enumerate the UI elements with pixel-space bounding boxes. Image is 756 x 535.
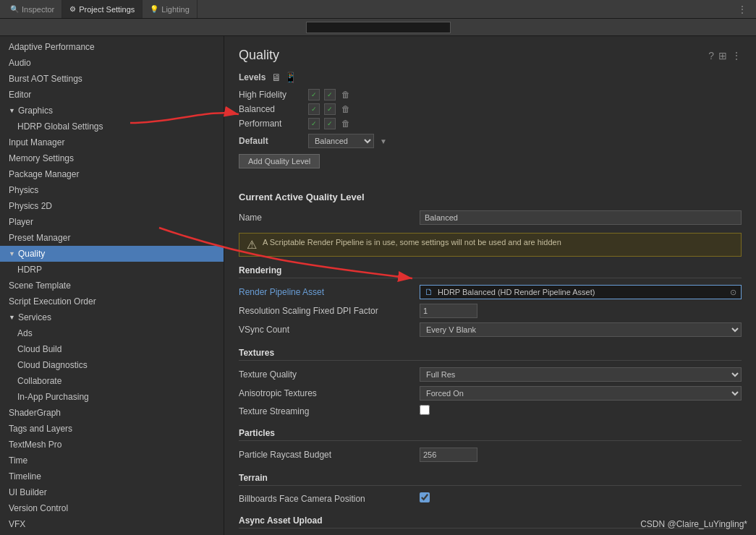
level-mobile-check-balanced[interactable] <box>324 103 336 115</box>
texture-streaming-checkbox[interactable] <box>420 405 430 415</box>
sidebar-item-scene-template[interactable]: Scene Template <box>0 278 224 294</box>
particle-raycast-row: Particle Raycast Budget <box>239 445 742 464</box>
sidebar-item-version-control[interactable]: Version Control <box>0 500 224 516</box>
sidebar-item-in-app-purchasing[interactable]: In-App Purchasing <box>0 389 224 405</box>
anisotropic-select[interactable]: Forced On Disabled Enabled <box>420 386 742 401</box>
billboards-checkbox[interactable] <box>420 492 430 502</box>
textures-title: Textures <box>239 348 742 361</box>
vsync-select[interactable]: Every V Blank Don't Sync Every Second V … <box>420 322 742 337</box>
sidebar-item-tags-layers[interactable]: Tags and Layers <box>0 421 224 437</box>
level-mobile-check-high[interactable] <box>324 89 336 100</box>
search-bar <box>0 19 756 36</box>
level-delete-balanced[interactable]: 🗑 <box>340 104 352 114</box>
sidebar-item-player[interactable]: Player <box>0 214 224 230</box>
sidebar-item-visual-scripting[interactable]: Visual Scripting <box>0 532 224 535</box>
vsync-value: Every V Blank Don't Sync Every Second V … <box>420 322 742 337</box>
page-title: Quality <box>239 48 279 63</box>
tab-bar: 🔍 Inspector ⚙ Project Settings 💡 Lightin… <box>0 0 756 19</box>
level-row-performant: Performant 🗑 <box>239 116 742 131</box>
texture-quality-value: Full Res Half Res Quarter Res Eighth Res <box>420 367 742 382</box>
sidebar-item-burst-aot[interactable]: Burst AOT Settings <box>0 71 224 87</box>
billboards-row: Billboards Face Camera Position <box>239 490 742 507</box>
default-row: Default Balanced High Fidelity Performan… <box>239 134 742 148</box>
sidebar-item-hdrp[interactable]: HDRP <box>0 262 224 278</box>
layout-icon[interactable]: ⊞ <box>718 50 727 61</box>
monitor-icon: 🖥 <box>271 72 281 83</box>
sidebar-item-textmesh-pro[interactable]: TextMesh Pro <box>0 437 224 453</box>
content-area: Quality ? ⊞ ⋮ Levels 🖥 📱 High Fidelity 🗑 <box>224 36 756 535</box>
lighting-icon: 💡 <box>150 5 158 13</box>
texture-quality-select[interactable]: Full Res Half Res Quarter Res Eighth Res <box>420 367 742 382</box>
tab-project-settings[interactable]: ⚙ Project Settings <box>62 0 143 18</box>
level-pc-check-high[interactable] <box>308 89 320 100</box>
sidebar-item-graphics[interactable]: ▼ Graphics <box>0 103 224 119</box>
sidebar-item-quality[interactable]: ▼ Quality <box>0 246 224 262</box>
default-select[interactable]: Balanced High Fidelity Performant <box>308 134 374 148</box>
sidebar-item-adaptive-performance[interactable]: Adaptive Performance <box>0 39 224 55</box>
sidebar-item-shadergraph[interactable]: ShaderGraph <box>0 405 224 421</box>
menu-icon[interactable]: ⋮ <box>731 50 742 61</box>
billboards-label: Billboards Face Camera Position <box>239 494 420 504</box>
sidebar-item-timeline[interactable]: Timeline <box>0 468 224 484</box>
name-value: Balanced <box>420 210 742 225</box>
expand-quality-icon: ▼ <box>9 247 15 260</box>
warning-text: A Scriptable Render Pipeline is in use, … <box>263 238 561 247</box>
texture-streaming-label: Texture Streaming <box>239 406 420 416</box>
level-delete-performant[interactable]: 🗑 <box>340 119 352 129</box>
billboards-value <box>420 492 742 505</box>
sidebar-item-time[interactable]: Time <box>0 453 224 468</box>
tab-lighting[interactable]: 💡 Lighting <box>143 0 198 18</box>
sidebar-item-memory-settings[interactable]: Memory Settings <box>0 150 224 166</box>
pipeline-asset-icon: 🗋 <box>425 287 433 297</box>
sidebar-item-cloud-diagnostics[interactable]: Cloud Diagnostics <box>0 357 224 373</box>
pipeline-expand-icon[interactable]: ⊙ <box>730 288 736 297</box>
mobile-icon: 📱 <box>284 72 297 83</box>
sidebar-item-vfx[interactable]: VFX <box>0 516 224 532</box>
expand-graphics-icon: ▼ <box>9 104 15 117</box>
resolution-scaling-input[interactable] <box>420 304 477 318</box>
sidebar-item-services[interactable]: ▼ Services <box>0 309 224 325</box>
inspector-icon: 🔍 <box>10 5 19 13</box>
texture-quality-label: Texture Quality <box>239 369 420 380</box>
sidebar-item-collaborate[interactable]: Collaborate <box>0 373 224 389</box>
resolution-scaling-value <box>420 304 742 318</box>
resolution-scaling-row: Resolution Scaling Fixed DPI Factor <box>239 301 742 320</box>
texture-quality-row: Texture Quality Full Res Half Res Quarte… <box>239 365 742 384</box>
sidebar-item-physics[interactable]: Physics <box>0 182 224 198</box>
sidebar-item-script-execution[interactable]: Script Execution Order <box>0 294 224 309</box>
level-delete-high[interactable]: 🗑 <box>340 90 352 100</box>
levels-icons: 🖥 📱 <box>271 72 297 83</box>
levels-section: Levels 🖥 📱 High Fidelity 🗑 Balanced 🗑 P <box>239 72 742 180</box>
anisotropic-label: Anisotropic Textures <box>239 388 420 398</box>
render-pipeline-label: Render Pipeline Asset <box>239 287 420 297</box>
sidebar-item-ui-builder[interactable]: UI Builder <box>0 484 224 500</box>
particle-raycast-input[interactable] <box>420 448 477 462</box>
sidebar-item-input-manager[interactable]: Input Manager <box>0 134 224 150</box>
particles-title: Particles <box>239 428 742 441</box>
warning-box: ⚠ A Scriptable Render Pipeline is in use… <box>239 233 742 257</box>
sidebar-item-physics-2d[interactable]: Physics 2D <box>0 198 224 214</box>
level-pc-check-balanced[interactable] <box>308 103 320 115</box>
async-upload-title: Async Asset Upload <box>239 515 742 528</box>
sidebar-item-audio[interactable]: Audio <box>0 55 224 71</box>
levels-header: Levels 🖥 📱 <box>239 72 742 83</box>
sidebar-item-package-manager[interactable]: Package Manager <box>0 166 224 182</box>
sidebar-item-preset-manager[interactable]: Preset Manager <box>0 230 224 246</box>
tab-inspector[interactable]: 🔍 Inspector <box>3 0 62 18</box>
help-icon[interactable]: ? <box>708 50 714 61</box>
level-mobile-check-performant[interactable] <box>324 118 336 129</box>
sidebar-item-hdrp-global[interactable]: HDRP Global Settings <box>0 119 224 134</box>
anisotropic-row: Anisotropic Textures Forced On Disabled … <box>239 384 742 403</box>
active-quality-section: Current Active Quality Level Name Balanc… <box>239 192 742 227</box>
add-quality-level-button[interactable]: Add Quality Level <box>239 154 320 168</box>
sidebar-item-editor[interactable]: Editor <box>0 87 224 103</box>
vsync-row: VSync Count Every V Blank Don't Sync Eve… <box>239 320 742 339</box>
search-input[interactable] <box>306 22 451 33</box>
sidebar-item-cloud-build[interactable]: Cloud Build <box>0 341 224 357</box>
anisotropic-value: Forced On Disabled Enabled <box>420 386 742 401</box>
level-pc-check-performant[interactable] <box>308 118 320 129</box>
terrain-title: Terrain <box>239 473 742 486</box>
pipeline-asset-name: HDRP Balanced (HD Render Pipeline Asset) <box>438 288 595 296</box>
tab-menu-button[interactable]: ⋮ <box>731 4 753 15</box>
sidebar-item-ads[interactable]: Ads <box>0 325 224 341</box>
